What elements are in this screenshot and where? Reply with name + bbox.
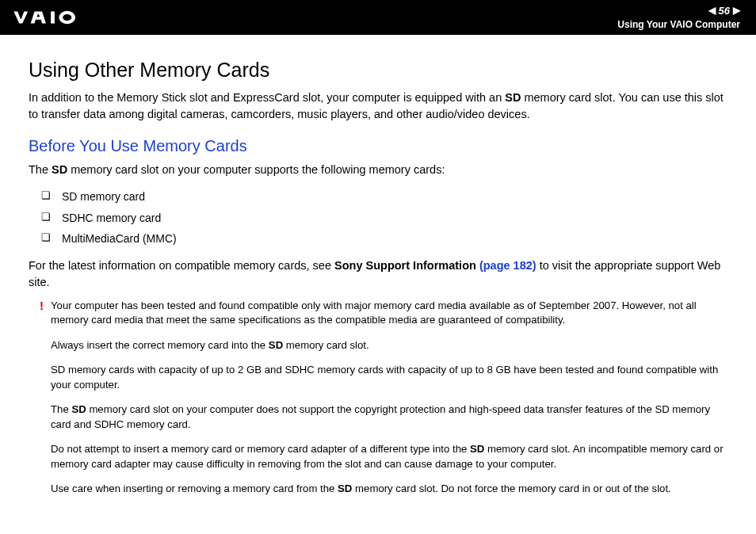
note-bold: SD <box>71 403 86 415</box>
prev-page-arrow-icon[interactable]: ◀ <box>708 4 716 17</box>
page-title: Using Other Memory Cards <box>29 59 727 82</box>
note-text: memory card slot. Do not force the memor… <box>352 483 670 494</box>
svg-rect-0 <box>51 11 55 23</box>
support-line: The SD memory card slot on your computer… <box>29 162 727 178</box>
note-paragraph: The SD memory card slot on your computer… <box>51 402 727 432</box>
notes-block: ! Your computer has been tested and foun… <box>51 299 727 497</box>
note-text: memory card slot. <box>283 339 368 351</box>
note-paragraph: Your computer has been tested and found … <box>51 299 727 328</box>
page-navigation: ◀ 56 ▶ <box>617 4 740 18</box>
list-item: MultiMediaCard (MMC) <box>41 228 727 250</box>
note-text: The <box>51 403 71 415</box>
note-paragraph: Always insert the correct memory card in… <box>51 338 727 353</box>
subsection-title: Before You Use Memory Cards <box>29 137 727 155</box>
support-post: memory card slot on your computer suppor… <box>67 163 445 176</box>
page-header: ◀ 56 ▶ Using Your VAIO Computer <box>0 0 756 35</box>
intro-paragraph: In addition to the Memory Stick slot and… <box>29 90 727 123</box>
note-paragraph: SD memory cards with capacity of up to 2… <box>51 363 727 392</box>
page-content: Using Other Memory Cards In addition to … <box>0 35 756 513</box>
note-text: Always insert the correct memory card in… <box>51 339 269 351</box>
section-label: Using Your VAIO Computer <box>617 18 740 32</box>
support-bold: SD <box>52 163 67 176</box>
list-item: SD memory card <box>41 186 727 208</box>
header-meta: ◀ 56 ▶ Using Your VAIO Computer <box>617 4 740 32</box>
page-number: 56 <box>719 4 730 18</box>
note-paragraph: Do not attempt to insert a memory card o… <box>51 442 727 471</box>
next-page-arrow-icon[interactable]: ▶ <box>733 4 740 17</box>
note-bold: SD <box>338 483 352 494</box>
vaio-logo <box>13 9 100 26</box>
support-link-label: Sony Support Information <box>334 259 479 272</box>
support-pre: The <box>29 163 52 176</box>
note-text: Do not attempt to insert a memory card o… <box>51 443 470 455</box>
warning-icon: ! <box>40 297 44 314</box>
note-paragraph: Use care when inserting or removing a me… <box>51 482 727 496</box>
latest-pre: For the latest information on compatible… <box>29 259 334 272</box>
intro-bold: SD <box>505 91 521 104</box>
page-reference-link[interactable]: (page 182) <box>479 259 536 272</box>
intro-text: In addition to the Memory Stick slot and… <box>29 91 505 104</box>
supported-cards-list: SD memory card SDHC memory card MultiMed… <box>41 186 727 250</box>
note-text: memory card slot on your computer does n… <box>51 403 710 429</box>
note-text: Use care when inserting or removing a me… <box>51 483 338 494</box>
latest-info-paragraph: For the latest information on compatible… <box>29 257 727 291</box>
note-bold: SD <box>269 339 283 351</box>
list-item: SDHC memory card <box>41 208 727 229</box>
note-bold: SD <box>470 443 484 455</box>
